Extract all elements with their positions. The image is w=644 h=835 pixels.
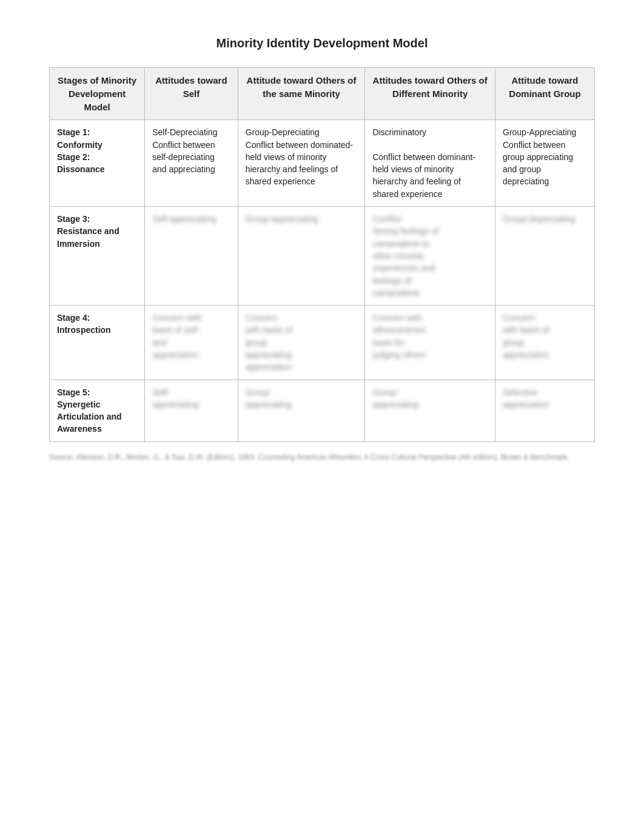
blurred-content: Group-appreciating [246, 214, 318, 224]
blurred-content: Concern withbasis of self-andappreciatio… [152, 313, 202, 360]
table-cell: Group-DepreciatingConflict between domin… [238, 120, 365, 207]
table-cell: Group-depreciating [495, 207, 595, 306]
header-diff-minority: Attitudes toward Others of Different Min… [365, 68, 495, 120]
blurred-content: ConflictStrong feelings ofcamaraderie to… [372, 214, 438, 298]
stage-label: Stage 3:Resistance and Immersion [57, 214, 119, 249]
header-self: Attitudes toward Self [145, 68, 238, 120]
blurred-content: Group-appreciating [246, 387, 292, 409]
header-stages: Stages of Minority Development Model [50, 68, 145, 120]
table-cell: ConflictStrong feelings ofcamaraderie to… [365, 207, 495, 306]
footer-note: Source: Atkinson, D.R., Morten, G., & Su… [49, 453, 595, 461]
blurred-content: Concernwith basis ofgroupappreciatingapp… [246, 313, 292, 372]
stage-label: Stage 5:SynergeticArticulation andAwaren… [57, 387, 122, 434]
table-cell: Stage 4:Introspection [50, 306, 145, 380]
stage-label: Stage 1:ConformityStage 2:Dissonance [57, 127, 105, 174]
table-cell: Stage 5:SynergeticArticulation andAwaren… [50, 380, 145, 441]
table-cell: DiscriminatoryConflict between dominant-… [365, 120, 495, 207]
table-cell: Self-appreciating [145, 380, 238, 441]
table-cell: Group-appreciating [238, 207, 365, 306]
table-row: Stage 3:Resistance and ImmersionSelf-app… [50, 207, 595, 306]
table-cell: Concernwith basis ofgroupappreciatingapp… [238, 306, 365, 380]
table-cell: Concern withbasis of self-andappreciatio… [145, 306, 238, 380]
table-cell: Concern withethnocentrismbasis forjudgin… [365, 306, 495, 380]
blurred-content: Concern withethnocentrismbasis forjudgin… [372, 313, 426, 360]
table-row: Stage 1:ConformityStage 2:DissonanceSelf… [50, 120, 595, 207]
table-cell: Selective-appreciation [495, 380, 595, 441]
table-row: Stage 5:SynergeticArticulation andAwaren… [50, 380, 595, 441]
table-cell: Self-appreciating [145, 207, 238, 306]
table-cell: Group-appreciating [365, 380, 495, 441]
table-cell: Stage 1:ConformityStage 2:Dissonance [50, 120, 145, 207]
table-cell: Stage 3:Resistance and Immersion [50, 207, 145, 306]
blurred-content: Self-appreciating [152, 214, 216, 224]
header-row: Stages of Minority Development Model Att… [50, 68, 595, 120]
main-table: Stages of Minority Development Model Att… [49, 67, 595, 442]
page-title: Minority Identity Development Model [49, 36, 595, 50]
header-dominant: Attitude toward Dominant Group [495, 68, 595, 120]
page-container: Minority Identity Development Model Stag… [49, 36, 595, 461]
table-cell: Group-AppreciatingConflict between group… [495, 120, 595, 207]
table-cell: Concernwith basis ofgroupappreciation [495, 306, 595, 380]
blurred-content: Selective-appreciation [503, 387, 549, 409]
blurred-content: Group-appreciating [372, 387, 418, 409]
stage-label: Stage 4:Introspection [57, 313, 111, 335]
table-cell: Self-DepreciatingConflict between self-d… [145, 120, 238, 207]
table-cell: Group-appreciating [238, 380, 365, 441]
header-same-minority: Attitude toward Others of the same Minor… [238, 68, 365, 120]
table-row: Stage 4:IntrospectionConcern withbasis o… [50, 306, 595, 380]
blurred-content: Self-appreciating [152, 387, 198, 409]
blurred-content: Concernwith basis ofgroupappreciation [503, 313, 549, 360]
blurred-content: Group-depreciating [503, 214, 575, 224]
